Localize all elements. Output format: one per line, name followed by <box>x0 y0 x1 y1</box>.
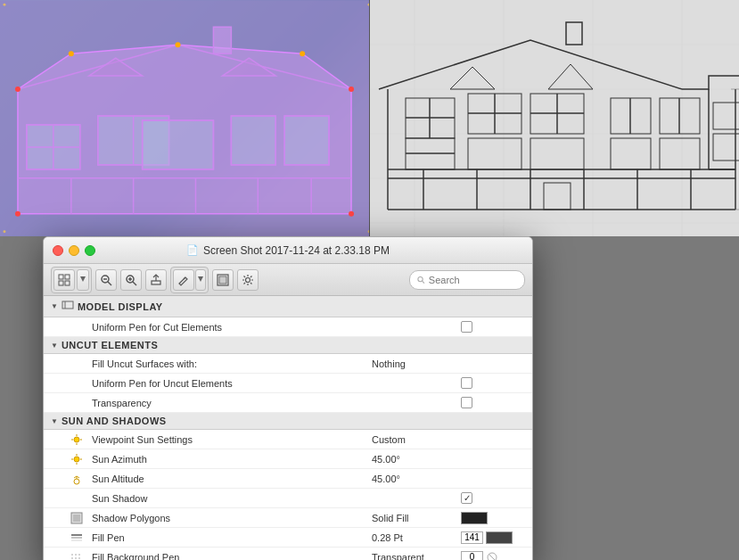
svg-point-36 <box>3 230 5 233</box>
svg-rect-12 <box>143 120 214 169</box>
svg-line-102 <box>184 277 185 279</box>
search-input[interactable] <box>429 275 517 285</box>
drawing-right <box>370 0 739 236</box>
svg-point-34 <box>3 4 5 6</box>
row-uniform-pen-cut: Uniform Pen for Cut Elements <box>44 317 532 337</box>
edit-group <box>170 267 209 293</box>
value-sun-azimuth: 45.00° <box>372 454 461 465</box>
toolbar <box>44 264 532 296</box>
svg-rect-124 <box>73 515 80 522</box>
input-fill-bg-pen[interactable] <box>461 551 483 561</box>
row-transparency: Transparency <box>44 393 532 413</box>
label-transparency: Transparency <box>88 398 461 408</box>
label-sun-shadow: Sun Shadow <box>88 493 461 504</box>
svg-rect-89 <box>65 275 70 279</box>
row-fill-bg-pen: Fill Background Pen Transparent <box>44 548 532 560</box>
swatch-fill-pen[interactable] <box>486 531 513 544</box>
svg-line-108 <box>423 281 424 283</box>
svg-point-121 <box>74 479 79 484</box>
traffic-lights <box>53 245 95 256</box>
section-sun-shadows[interactable]: ▼ SUN AND SHADOWS <box>44 413 532 430</box>
swatch-shadow-polygons[interactable] <box>461 512 488 524</box>
svg-line-97 <box>133 282 136 285</box>
section-title-model-display: MODEL DISPLAY <box>78 301 163 312</box>
label-fill-uncut-surfaces: Fill Uncut Surfaces with: <box>88 358 372 369</box>
svg-point-106 <box>246 277 250 282</box>
model-display-icon <box>62 299 74 314</box>
checkbox-sun-shadow[interactable] <box>461 492 472 504</box>
svg-point-27 <box>15 86 21 92</box>
value-fill-uncut-surfaces: Nothing <box>372 358 461 369</box>
label-sun-altitude: Sun Altitude <box>88 474 372 484</box>
edit-btn[interactable] <box>173 269 194 291</box>
section-uncut-elements[interactable]: ▼ UNCUT ELEMENTS <box>44 337 532 354</box>
control-shadow-polygons[interactable] <box>461 512 532 524</box>
label-fill-pen: Fill Pen <box>88 532 372 543</box>
drawing-area <box>0 0 739 236</box>
svg-line-131 <box>489 554 496 561</box>
title-bar: 📄 Screen Shot 2017-11-24 at 2.33.18 PM <box>44 237 532 264</box>
collapse-sun-shadows[interactable]: ▼ <box>51 417 58 425</box>
zoom-out-btn[interactable] <box>95 269 117 291</box>
control-transparency[interactable] <box>461 397 532 408</box>
svg-rect-100 <box>152 281 160 284</box>
control-uniform-pen-cut[interactable] <box>461 321 532 333</box>
view-toggle-btn[interactable] <box>53 269 75 291</box>
export-btn[interactable] <box>145 269 167 291</box>
label-uniform-pen-cut: Uniform Pen for Cut Elements <box>88 322 461 333</box>
label-shadow-polygons: Shadow Polygons <box>88 513 372 523</box>
checkbox-uniform-pen-cut[interactable] <box>461 321 472 333</box>
collapse-model-display[interactable]: ▼ <box>51 302 58 310</box>
row-fill-uncut-surfaces: Fill Uncut Surfaces with: Nothing <box>44 354 532 374</box>
svg-rect-90 <box>59 281 63 285</box>
value-viewpoint-sun: Custom <box>372 434 461 445</box>
svg-point-28 <box>69 51 74 56</box>
control-sun-shadow[interactable] <box>461 492 532 504</box>
dropdown-arrow-btn[interactable] <box>77 269 89 291</box>
row-icon-shadow-polygons <box>44 512 88 524</box>
label-fill-bg-pen: Fill Background Pen <box>88 552 372 561</box>
checkbox-transparency[interactable] <box>461 397 472 408</box>
row-icon-sun-azimuth <box>44 453 88 465</box>
svg-point-29 <box>176 42 181 47</box>
row-viewpoint-sun: Viewpoint Sun Settings Custom <box>44 430 532 449</box>
title-icon: 📄 <box>186 244 199 256</box>
label-sun-azimuth: Sun Azimuth <box>88 454 372 465</box>
svg-point-116 <box>74 457 79 462</box>
row-shadow-polygons: Shadow Polygons Solid Fill <box>44 508 532 528</box>
row-fill-pen: Fill Pen 0.28 Pt <box>44 528 532 548</box>
control-fill-pen[interactable] <box>461 531 532 544</box>
svg-rect-16 <box>284 116 329 165</box>
maximize-button[interactable] <box>85 245 95 256</box>
value-fill-pen: 0.28 Pt <box>372 532 461 543</box>
svg-rect-91 <box>65 281 70 285</box>
content-area[interactable]: ▼ MODEL DISPLAY Uniform Pen for Cut Elem… <box>44 296 532 560</box>
zoom-in-btn[interactable] <box>120 269 142 291</box>
row-icon-sun-altitude <box>44 473 88 485</box>
label-uniform-pen-uncut: Uniform Pen for Uncut Elements <box>88 378 461 389</box>
row-sun-azimuth: Sun Azimuth 45.00° <box>44 449 532 469</box>
close-button[interactable] <box>53 245 63 256</box>
window-title: 📄 Screen Shot 2017-11-24 at 2.33.18 PM <box>186 244 390 257</box>
label-viewpoint-sun: Viewpoint Sun Settings <box>88 434 372 445</box>
search-box[interactable] <box>409 270 525 290</box>
minimize-button[interactable] <box>69 245 79 256</box>
control-uniform-pen-uncut[interactable] <box>461 377 532 389</box>
row-sun-altitude: Sun Altitude 45.00° <box>44 469 532 489</box>
edit-dropdown-btn[interactable] <box>195 269 206 291</box>
view-type-btn[interactable] <box>212 269 234 291</box>
checkbox-uniform-pen-uncut[interactable] <box>461 377 472 389</box>
svg-point-30 <box>300 51 305 56</box>
row-icon-viewpoint-sun <box>44 433 88 446</box>
row-sun-shadow: Sun Shadow <box>44 489 532 508</box>
section-model-display[interactable]: ▼ MODEL DISPLAY <box>44 296 532 317</box>
row-icon-fill-bg-pen <box>44 551 88 561</box>
collapse-uncut-elements[interactable]: ▼ <box>51 342 58 350</box>
control-fill-bg-pen[interactable] <box>461 551 532 561</box>
svg-point-107 <box>418 276 423 281</box>
settings-btn[interactable] <box>237 269 259 291</box>
svg-point-31 <box>349 86 354 92</box>
input-fill-pen[interactable] <box>461 531 483 544</box>
svg-marker-92 <box>80 276 86 282</box>
row-icon-fill-pen <box>44 531 88 544</box>
